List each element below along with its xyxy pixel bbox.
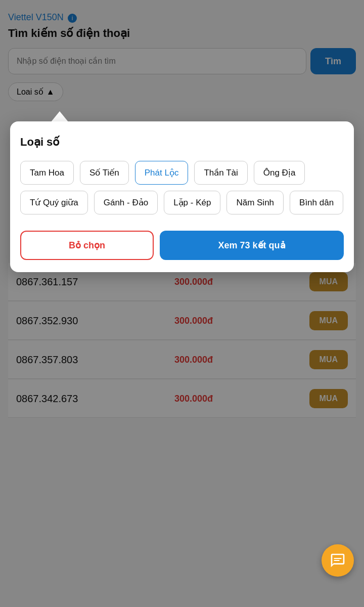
chip-tu-quy-giua[interactable]: Tứ Quý giữa: [20, 191, 88, 214]
modal-wrapper: Loại số Tam Hoa Số Tiến Phát Lộc Thần Tà…: [10, 111, 354, 272]
modal-actions: Bỏ chọn Xem 73 kết quả: [20, 231, 344, 260]
confirm-count: 73: [240, 240, 250, 250]
confirm-text: Xem 73 kết quả: [218, 240, 285, 250]
chip-binh-dan[interactable]: Bình dân: [290, 191, 343, 214]
chip-so-tien[interactable]: Số Tiến: [80, 161, 129, 185]
cancel-label: Bỏ chọn: [69, 240, 105, 250]
chips-grid: Tam Hoa Số Tiến Phát Lộc Thần Tài Ông Đị…: [20, 161, 344, 214]
confirm-suffix: kết quả: [253, 240, 286, 250]
cancel-button[interactable]: Bỏ chọn: [20, 231, 154, 260]
chip-tam-hoa[interactable]: Tam Hoa: [20, 161, 74, 185]
confirm-label: Xem: [218, 240, 237, 250]
chip-than-tai[interactable]: Thần Tài: [194, 161, 247, 185]
chip-ong-dia[interactable]: Ông Địa: [254, 161, 305, 185]
confirm-button[interactable]: Xem 73 kết quả: [160, 231, 344, 260]
loai-so-modal: Loại số Tam Hoa Số Tiến Phát Lộc Thần Tà…: [10, 121, 354, 272]
chat-icon: [330, 552, 346, 569]
chip-lap-kep[interactable]: Lặp - Kép: [164, 191, 220, 214]
float-chat-button[interactable]: [322, 544, 354, 577]
chip-ganh-dao[interactable]: Gánh - Đảo: [94, 191, 158, 214]
chip-nam-sinh[interactable]: Năm Sinh: [226, 191, 284, 214]
modal-title: Loại số: [20, 136, 344, 149]
modal-overlay[interactable]: Loại số Tam Hoa Số Tiến Phát Lộc Thần Tà…: [0, 0, 364, 607]
chip-phat-loc[interactable]: Phát Lộc: [135, 161, 189, 185]
modal-caret: [51, 111, 69, 122]
